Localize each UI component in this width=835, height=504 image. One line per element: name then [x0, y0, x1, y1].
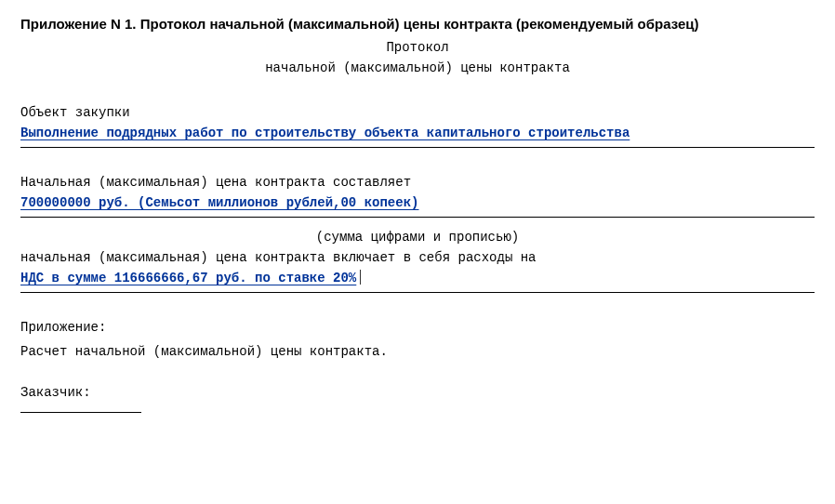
document-heading: Приложение N 1. Протокол начальной (макс…: [20, 15, 815, 33]
title-line-2: начальной (максимальной) цены контракта: [20, 58, 815, 78]
customer-label: Заказчик:: [20, 382, 815, 403]
vat-value: НДС в сумме 116666666,67 руб. по ставке …: [20, 271, 356, 285]
vat-line: НДС в сумме 116666666,67 руб. по ставке …: [20, 268, 815, 288]
attachment-text: Расчет начальной (максимальной) цены кон…: [20, 341, 815, 362]
text-cursor: [360, 270, 361, 285]
price-value: 700000000 руб. (Семьсот миллионов рублей…: [20, 192, 815, 213]
attachment-label: Приложение:: [20, 317, 815, 338]
signature-line: [20, 412, 141, 413]
includes-intro: начальная (максимальная) цена контракта …: [20, 247, 815, 268]
sum-hint: (сумма цифрами и прописью): [20, 227, 815, 247]
object-label: Объект закупки: [20, 102, 815, 123]
document-page: Приложение N 1. Протокол начальной (макс…: [0, 0, 835, 504]
price-intro: Начальная (максимальная) цена контракта …: [20, 172, 815, 192]
title-line-1: Протокол: [20, 37, 815, 58]
object-value: Выполнение подрядных работ по строительс…: [20, 123, 815, 143]
